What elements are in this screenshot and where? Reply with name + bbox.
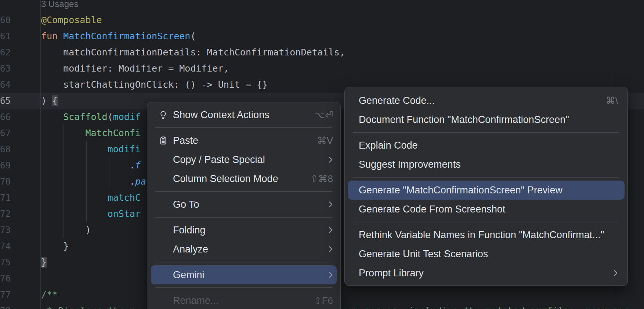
editor-gutter: 60616263646566676869707172737475767778 [0,0,10,309]
code-line[interactable]: modifier: Modifier = Modifier, [41,61,345,77]
code-token: modif [113,112,141,122]
line-number[interactable]: 64 [0,77,10,93]
menu-item-generate-unit-test-scenarios[interactable]: Generate Unit Test Scenarios [348,244,625,263]
menu-item-label: Document Function "MatchConfirmationScre… [359,114,569,126]
line-number[interactable]: 71 [0,190,10,206]
menu-item-label: Copy / Paste Special [173,154,265,166]
menu-separator [353,132,619,133]
menu-item-tail [328,271,333,279]
code-token: ( [108,112,113,122]
menu-shortcut: ⇧⌘8 [310,173,333,185]
chevron-right-icon [328,245,333,253]
menu-item-explain-code[interactable]: Explain Code [348,136,625,155]
menu-item-copy-paste-special[interactable]: Copy / Paste Special [151,150,337,169]
menu-item-column-selection-mode[interactable]: Column Selection Mode⇧⌘8 [151,169,337,188]
line-number[interactable]: 68 [0,141,10,157]
gemini-submenu: Generate Code...⌘\Document Function "Mat… [344,87,628,286]
line-number[interactable]: 73 [0,222,10,238]
menu-item-label: Column Selection Mode [173,173,278,185]
line-number[interactable]: 72 [0,206,10,222]
code-token: on screen, including the matched profile… [347,303,629,309]
line-number[interactable]: 76 [0,270,10,287]
code-token [41,192,108,203]
menu-item-suggest-improvements[interactable]: Suggest Improvements [348,155,625,174]
line-number[interactable]: 70 [0,174,10,190]
code-line[interactable]: fun MatchConfirmationScreen( [41,28,345,44]
code-token [41,144,108,154]
code-token [41,112,63,122]
menu-item-label: Suggest Improvements [359,159,461,170]
menu-item-tail [328,226,333,234]
editor-context-menu: Show Context Actions⌥⏎Paste⌘VCopy / Past… [147,102,341,309]
line-number[interactable]: 63 [0,61,10,77]
line-number[interactable]: 61 [0,28,10,44]
menu-shortcut: ⌥⏎ [314,109,333,121]
menu-item-document-function-matchconfirmationscreen[interactable]: Document Function "MatchConfirmationScre… [348,110,625,129]
line-number[interactable]: 69 [0,157,10,174]
menu-item-label: Rename... [173,295,219,306]
code-token: modifi [108,144,141,154]
code-token: matchConfirmationDetails: MatchConfirmat… [41,47,345,58]
line-number[interactable]: 74 [0,238,10,254]
code-line[interactable]: startChattingOnClick: () -> Unit = {} [41,77,345,93]
menu-item-tail: ⇧F6 [314,295,333,306]
menu-item-tail: ⌘\ [606,95,618,106]
menu-separator [155,191,332,192]
line-number[interactable]: 75 [0,254,10,270]
menu-item-tail [328,200,333,208]
usages-inlay-hint[interactable]: 3 Usages [41,0,78,9]
code-token [41,208,108,219]
lightbulb-icon [158,110,173,120]
line-number[interactable]: 66 [0,109,10,125]
code-token: { [52,95,58,106]
menu-separator [155,217,332,218]
menu-item-prompt-library[interactable]: Prompt Library [348,263,625,283]
line-number[interactable]: 60 [0,12,10,28]
menu-item-label: Generate "MatchConfirmationScreen" Previ… [359,185,562,196]
menu-item-label: Folding [173,225,206,236]
code-token: } [41,257,47,268]
menu-item-label: Paste [173,135,198,146]
menu-item-analyze[interactable]: Analyze [151,240,337,259]
line-number[interactable]: 65 [0,93,10,109]
menu-item-gemini[interactable]: Gemini [151,265,337,284]
chevron-right-icon [613,269,618,277]
code-line[interactable]: @Composable [41,12,345,28]
code-token: . [41,160,135,171]
menu-item-rename[interactable]: Rename...⇧F6 [151,291,337,309]
menu-item-rethink-variable-names-in-function-matchconfirmat[interactable]: Rethink Variable Names in Function "Matc… [348,225,625,244]
code-token: pa [135,176,146,187]
menu-item-folding[interactable]: Folding [151,221,337,240]
code-line[interactable]: 3 Usages [41,0,345,12]
menu-separator [155,287,332,288]
menu-item-show-context-actions[interactable]: Show Context Actions⌥⏎ [151,105,337,124]
menu-item-tail [328,245,333,253]
ide-editor-screen: 60616263646566676869707172737475767778 3… [0,0,644,309]
code-token: ( [190,31,196,41]
menu-item-paste[interactable]: Paste⌘V [151,131,337,150]
code-line[interactable]: matchConfirmationDetails: MatchConfirmat… [41,44,345,61]
menu-item-generate-code-from-screenshot[interactable]: Generate Code From Screenshot [348,200,625,219]
menu-item-label: Show Context Actions [173,109,269,121]
code-token: matchC [108,192,141,203]
line-number[interactable]: 78 [0,303,10,309]
menu-item-go-to[interactable]: Go To [151,195,337,214]
gutter-separator [40,0,41,309]
chevron-right-icon [328,226,333,234]
line-number[interactable]: 77 [0,287,10,303]
code-token: onStar [108,208,141,219]
line-number[interactable]: 67 [0,125,10,141]
code-token: f [135,160,141,171]
menu-separator [353,222,619,222]
menu-separator [155,262,332,262]
menu-item-tail: ⌥⏎ [314,109,333,121]
line-number[interactable] [0,0,10,12]
menu-item-label: Analyze [173,244,208,255]
clipboard-icon [158,136,173,146]
menu-separator [155,127,332,128]
line-number[interactable]: 62 [0,44,10,61]
code-token: fun [41,31,63,41]
menu-item-generate-code[interactable]: Generate Code...⌘\ [348,91,625,110]
menu-item-label: Prompt Library [359,268,424,279]
menu-item-generate-matchconfirmationscreen-preview[interactable]: Generate "MatchConfirmationScreen" Previ… [348,181,625,200]
